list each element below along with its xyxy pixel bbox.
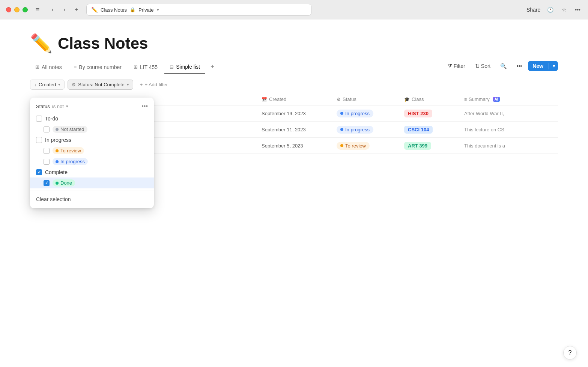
bookmark-button[interactable]: ☆ <box>560 6 568 14</box>
list-icon: ≡ <box>74 64 77 70</box>
row-summary-2: This lecture on CS <box>464 127 558 132</box>
to-review-pill: To review <box>53 147 84 154</box>
done-checkbox[interactable] <box>44 180 50 186</box>
new-button-group: New ▾ <box>528 61 558 71</box>
status-icon: ⚙ <box>337 97 341 102</box>
row-created-1: September 19, 2023 <box>262 111 337 116</box>
tabs-actions: ⧩ Filter ⇅ Sort 🔍 ••• New ▾ <box>444 60 558 74</box>
forward-button[interactable]: › <box>59 5 70 15</box>
col-header-summary: ≡ Summary AI <box>464 96 558 102</box>
row-status-1: In progress <box>337 110 404 117</box>
close-button[interactable] <box>6 7 11 12</box>
status-dot-1 <box>340 112 343 115</box>
tab-all-notes[interactable]: ⊞ All notes <box>30 61 67 73</box>
row-status-2: In progress <box>337 126 404 134</box>
tab-lit455-label: LIT 455 <box>140 64 158 70</box>
arrow-down-icon: ↓ <box>34 82 36 87</box>
inprogress-checkbox[interactable] <box>36 137 42 143</box>
col-header-class: 🎓 Class <box>404 96 464 102</box>
dropdown-complete-group[interactable]: Complete <box>30 167 154 177</box>
status-badge-1: In progress <box>337 110 373 117</box>
lock-icon: 🔒 <box>130 7 135 12</box>
table-icon: ⊞ <box>35 64 39 70</box>
dropdown-not-started-item[interactable]: Not started <box>30 124 154 135</box>
class-icon: 🎓 <box>404 97 410 102</box>
new-dropdown-button[interactable]: ▾ <box>550 62 558 70</box>
row-created-3: September 5, 2023 <box>262 143 337 149</box>
todo-checkbox[interactable] <box>36 116 42 122</box>
dropdown-todo-section: To-do Not started <box>30 113 154 135</box>
tab-lit455[interactable]: ⊞ LIT 455 <box>128 61 163 73</box>
dropdown-more-button[interactable]: ••• <box>141 103 148 110</box>
dropdown-todo-group[interactable]: To-do <box>30 113 154 124</box>
address-bar[interactable]: ✏️ Class Notes 🔒 Private ▾ <box>86 4 311 16</box>
page-emoji: ✏️ <box>30 35 53 53</box>
created-filter-chip[interactable]: ↓ Created ▾ <box>30 80 65 90</box>
dropdown-in-progress-item[interactable]: In progress <box>30 156 154 167</box>
more-options-button[interactable]: ••• <box>573 6 582 14</box>
filter-bar: ↓ Created ▾ ⚙ Status: Not Complete ▾ + +… <box>30 74 558 93</box>
add-tab-button[interactable]: + <box>207 60 218 74</box>
browser-toolbar-right: Share 🕐 ☆ ••• <box>526 6 582 14</box>
add-filter-button[interactable]: + + Add filter <box>136 80 171 89</box>
page-title: Class Notes <box>58 35 148 53</box>
search-icon: 🔍 <box>500 63 507 69</box>
back-button[interactable]: ‹ <box>47 5 58 15</box>
status-dot-2 <box>340 128 343 131</box>
page-header: ✏️ Class Notes <box>30 20 558 60</box>
menu-button[interactable]: ≡ <box>32 5 43 15</box>
tab-by-course[interactable]: ≡ By course number <box>69 61 127 73</box>
dot-in-progress <box>56 160 59 163</box>
new-button[interactable]: New <box>528 61 548 71</box>
row-summary-1: After World War II, <box>464 111 558 116</box>
sort-button[interactable]: ⇅ Sort <box>471 61 495 71</box>
status-filter-chip[interactable]: ⚙ Status: Not Complete ▾ <box>68 80 133 90</box>
dot-done <box>56 182 59 185</box>
to-review-checkbox[interactable] <box>44 148 50 154</box>
dropdown-complete-section: Complete Done <box>30 167 154 188</box>
dropdown-done-item[interactable]: Done <box>30 177 154 188</box>
maximize-button[interactable] <box>23 7 28 12</box>
in-progress-sub-checkbox[interactable] <box>44 159 50 165</box>
status-badge-3: To review <box>337 142 370 150</box>
share-button[interactable]: Share <box>526 7 540 13</box>
dropdown-header: Status is not ▾ ••• <box>30 102 154 113</box>
pencil-icon: ✏️ <box>91 7 98 13</box>
clear-selection-button[interactable]: Clear selection <box>30 193 154 205</box>
page-content: ✏️ Class Notes ⊞ All notes ≡ By course n… <box>0 20 588 367</box>
col-header-created: 📅 Created <box>262 96 337 102</box>
dropdown-status-label: Status <box>36 104 50 109</box>
status-dot-3 <box>340 144 343 147</box>
tab-simple-list[interactable]: ⊟ Simple list <box>164 61 205 74</box>
class-badge-1: HIST 230 <box>404 110 432 117</box>
dropdown-inprogress-section: In progress To review In progress <box>30 135 154 167</box>
tab-by-course-label: By course number <box>79 64 122 70</box>
not-started-checkbox[interactable] <box>44 126 50 132</box>
row-class-1: HIST 230 <box>404 110 464 117</box>
history-button[interactable]: 🕐 <box>546 6 555 14</box>
filter-button[interactable]: ⧩ Filter <box>444 60 469 71</box>
minimize-button[interactable] <box>14 7 20 12</box>
dropdown-to-review-item[interactable]: To review <box>30 145 154 156</box>
dropdown-inprogress-group[interactable]: In progress <box>30 135 154 145</box>
dot-to-review <box>56 149 59 152</box>
tab-simple-list-label: Simple list <box>176 64 200 70</box>
status-filter-dropdown: Status is not ▾ ••• To-do Not started <box>30 98 154 208</box>
new-tab-button[interactable]: + <box>71 5 82 15</box>
search-button[interactable]: 🔍 <box>496 61 510 71</box>
chevron-down-icon: ▾ <box>157 8 159 12</box>
new-btn-divider <box>549 63 549 69</box>
summary-icon: ≡ <box>464 97 467 102</box>
page-url: Class Notes <box>101 7 127 13</box>
help-button[interactable]: ? <box>563 346 577 359</box>
settings-icon: ⚙ <box>72 82 76 87</box>
complete-checkbox[interactable] <box>36 169 42 175</box>
class-badge-2: CSCI 104 <box>404 126 433 134</box>
row-class-3: ART 399 <box>404 142 464 150</box>
more-table-options-button[interactable]: ••• <box>513 61 526 71</box>
row-status-3: To review <box>337 142 404 150</box>
dropdown-is-not-label: is not <box>52 104 64 109</box>
status-badge-2: In progress <box>337 126 373 134</box>
dropdown-chevron-icon: ▾ <box>66 104 68 109</box>
dropdown-divider <box>30 191 154 191</box>
